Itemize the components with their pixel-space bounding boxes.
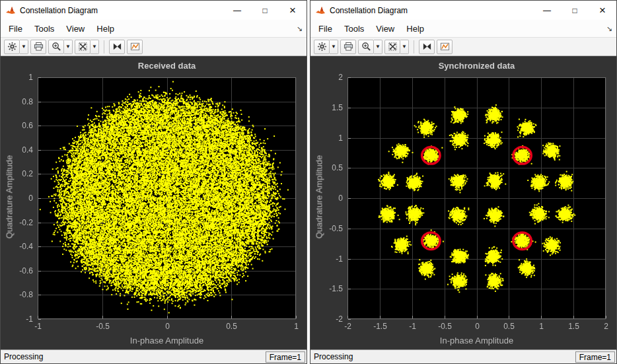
snapshot-plot-button[interactable]: [127, 40, 143, 54]
zoom-in-icon: [52, 42, 61, 52]
plot-title: Synchronized data: [347, 61, 606, 71]
window-received: Constellation Diagram — □ × File Tools V…: [0, 0, 307, 364]
window-title: Constellation Diagram: [20, 6, 98, 15]
printer-icon: [34, 42, 44, 52]
status-text: Processing: [4, 352, 43, 361]
menu-file[interactable]: File: [312, 21, 338, 36]
print-button[interactable]: [340, 40, 356, 54]
autoscale-axes-icon: [112, 42, 122, 52]
toolbar-separator: [104, 40, 104, 54]
constellation-plot-synchronized[interactable]: [310, 56, 616, 349]
titlebar[interactable]: Constellation Diagram — □ ×: [310, 1, 616, 20]
settings-dropdown-icon[interactable]: ▼: [20, 40, 28, 54]
maximize-button[interactable]: □: [251, 1, 279, 20]
snapshot-plot-icon: [440, 42, 450, 52]
statusbar: Processing Frame=1: [310, 349, 616, 363]
autoscale-axes-icon: [422, 42, 432, 52]
figure-area: Synchronized data Quadrature Amplitude I…: [310, 56, 616, 349]
settings-button[interactable]: [4, 40, 20, 54]
zoom-in-icon: [361, 42, 371, 52]
menu-file[interactable]: File: [3, 21, 28, 36]
dock-figure-icon[interactable]: ↘: [297, 24, 303, 33]
caption-buttons: — □ ×: [533, 1, 616, 20]
menubar: File Tools View Help ↘: [1, 20, 307, 37]
titlebar[interactable]: Constellation Diagram — □ ×: [1, 1, 307, 20]
scale-to-fit-dropdown-icon[interactable]: ▼: [91, 40, 99, 54]
menu-help[interactable]: Help: [91, 21, 120, 36]
gear-icon: [7, 42, 17, 52]
x-axis-label: In-phase Amplitude: [347, 336, 606, 346]
toolbar-separator: [414, 40, 414, 54]
zoom-dropdown-icon[interactable]: ▼: [374, 40, 382, 54]
matlab-icon: [315, 5, 326, 16]
frame-counter: Frame=1: [266, 351, 305, 363]
frame-counter: Frame=1: [575, 351, 615, 363]
scale-to-fit-icon: [388, 42, 398, 52]
toolbar: ▼ ▼: [1, 37, 307, 56]
menu-view[interactable]: View: [60, 21, 91, 36]
close-button[interactable]: ×: [279, 1, 307, 20]
status-text: Processing: [314, 352, 353, 361]
zoom-button[interactable]: [358, 40, 374, 54]
window-title: Constellation Diagram: [330, 6, 408, 15]
zoom-dropdown-icon[interactable]: ▼: [64, 40, 73, 54]
gear-icon: [317, 42, 327, 52]
maximize-button[interactable]: □: [561, 1, 589, 20]
printer-icon: [344, 42, 353, 52]
y-axis-label: Quadrature Amplitude: [314, 155, 324, 238]
constellation-plot-received[interactable]: [1, 56, 307, 349]
snapshot-plot-button[interactable]: [437, 40, 453, 54]
minimize-button[interactable]: —: [223, 1, 251, 20]
minimize-button[interactable]: —: [533, 1, 561, 20]
figure-area: Received data Quadrature Amplitude In-ph…: [1, 56, 307, 349]
toolbar: ▼ ▼: [310, 37, 616, 56]
menu-help[interactable]: Help: [400, 21, 430, 36]
autoscale-axes-button[interactable]: [419, 40, 435, 54]
menubar: File Tools View Help ↘: [310, 20, 616, 37]
dock-figure-icon[interactable]: ↘: [606, 24, 612, 33]
caption-buttons: — □ ×: [223, 1, 307, 20]
settings-button[interactable]: [314, 40, 330, 54]
menu-tools[interactable]: Tools: [338, 21, 370, 36]
close-button[interactable]: ×: [589, 1, 616, 20]
print-button[interactable]: [30, 40, 46, 54]
scale-to-fit-button[interactable]: [75, 40, 91, 54]
matlab-icon: [5, 5, 16, 16]
plot-title: Received data: [38, 61, 296, 71]
scale-to-fit-button[interactable]: [384, 40, 400, 54]
scale-to-fit-icon: [78, 42, 88, 52]
x-axis-label: In-phase Amplitude: [38, 336, 296, 346]
scale-to-fit-dropdown-icon[interactable]: ▼: [400, 40, 409, 54]
menu-view[interactable]: View: [370, 21, 400, 36]
y-axis-label: Quadrature Amplitude: [5, 155, 15, 238]
statusbar: Processing Frame=1: [1, 349, 307, 363]
snapshot-plot-icon: [130, 42, 140, 52]
zoom-button[interactable]: [48, 40, 64, 54]
menu-tools[interactable]: Tools: [28, 21, 60, 36]
autoscale-axes-button[interactable]: [109, 40, 125, 54]
settings-dropdown-icon[interactable]: ▼: [330, 40, 338, 54]
window-synchronized: Constellation Diagram — □ × File Tools V…: [310, 0, 617, 364]
